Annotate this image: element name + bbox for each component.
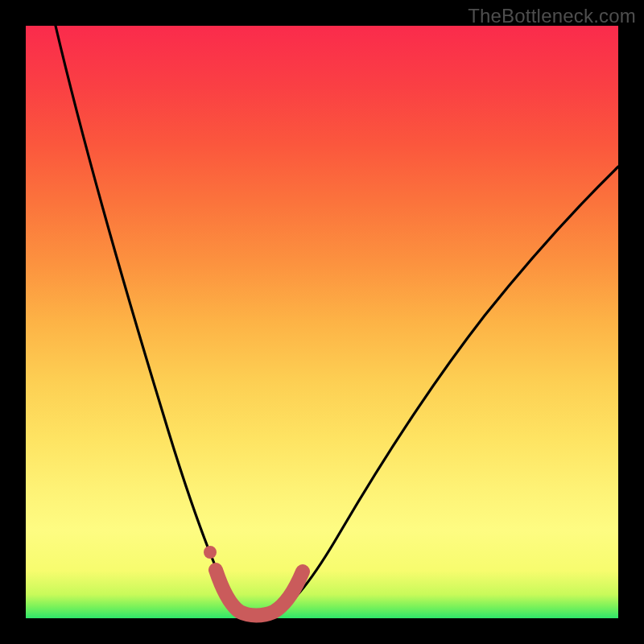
- watermark-text: TheBottleneck.com: [468, 5, 636, 27]
- bottleneck-curve: [56, 26, 618, 616]
- plot-area: [26, 26, 618, 618]
- highlight-dot: [204, 546, 217, 559]
- curve-layer: [26, 26, 618, 618]
- trough-highlight: [216, 570, 303, 616]
- chart-frame: TheBottleneck.com: [0, 0, 644, 644]
